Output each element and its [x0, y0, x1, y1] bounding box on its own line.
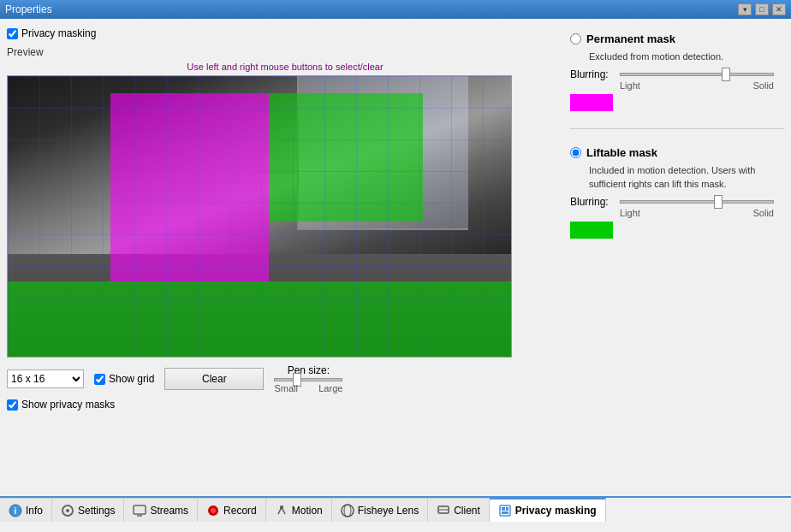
privacy-masking-label: Privacy masking [21, 27, 96, 39]
svg-rect-15 [502, 507, 505, 511]
record-icon [206, 504, 220, 517]
show-masks-checkbox[interactable] [7, 399, 18, 411]
liftable-mask-title-row: Liftable mask [570, 146, 784, 159]
grid-size-select[interactable]: 16 x 16 8 x 8 32 x 32 64 x 64 [7, 369, 84, 388]
title-text: Properties [5, 3, 52, 15]
tabbar: i Info Settings Streams Record Motion Fi… [0, 496, 791, 522]
tab-privacy[interactable]: Privacy masking [490, 498, 606, 522]
svg-point-11 [344, 505, 351, 517]
show-masks-text: Show privacy masks [21, 399, 115, 411]
liftable-blurring-row: Blurring: [570, 196, 784, 208]
tab-info-label: Info [26, 505, 43, 517]
tab-record[interactable]: Record [198, 498, 266, 522]
svg-rect-5 [134, 505, 146, 514]
tab-settings-label: Settings [78, 505, 115, 517]
permanent-blurring-row: Blurring: [570, 68, 784, 80]
svg-text:i: i [15, 506, 17, 516]
liftable-mask-section: Liftable mask Included in motion detecti… [570, 146, 784, 239]
permanent-mask-title-row: Permanent mask [570, 33, 784, 45]
tab-info[interactable]: i Info [0, 498, 52, 522]
show-masks-row: Show privacy masks [7, 399, 563, 411]
right-panel: Permanent mask Excluded from motion dete… [570, 26, 784, 489]
camera-canvas[interactable] [7, 75, 512, 358]
tab-fisheye-label: Fisheye Lens [358, 505, 419, 517]
show-grid-checkbox[interactable] [94, 374, 105, 385]
tab-settings[interactable]: Settings [52, 498, 124, 522]
tab-motion-label: Motion [292, 505, 323, 517]
tab-streams-label: Streams [150, 505, 188, 517]
magenta-mask [110, 93, 269, 281]
liftable-range-labels: Light Solid [620, 208, 774, 218]
tab-client[interactable]: Client [428, 498, 490, 522]
pen-size-section: Pen size: Small Large [274, 364, 342, 393]
maximize-button[interactable]: □ [755, 3, 769, 15]
permanent-blurring-section: Blurring: Light Solid [570, 68, 784, 111]
main-content: Privacy masking Preview Use left and rig… [0, 19, 791, 496]
green-mask-upper [269, 93, 423, 222]
privacy-masking-row: Privacy masking [7, 26, 563, 41]
liftable-blurring-label: Blurring: [570, 196, 613, 208]
left-panel: Privacy masking Preview Use left and rig… [7, 26, 563, 489]
tab-fisheye[interactable]: Fisheye Lens [332, 498, 428, 522]
streams-icon [133, 504, 146, 517]
info-icon: i [9, 504, 22, 517]
settings-icon [61, 504, 74, 517]
permanent-blurring-label: Blurring: [570, 68, 613, 80]
pen-size-range: Small Large [274, 383, 342, 393]
permanent-mask-section: Permanent mask Excluded from motion dete… [570, 33, 784, 111]
permanent-mask-desc: Excluded from motion detection. [589, 50, 784, 63]
client-icon [437, 504, 450, 517]
svg-point-4 [66, 509, 69, 512]
show-grid-label[interactable]: Show grid [94, 373, 154, 385]
pen-size-slider[interactable] [274, 378, 342, 381]
svg-rect-17 [502, 511, 508, 514]
section-divider [570, 128, 784, 129]
permanent-range-labels: Light Solid [620, 80, 774, 91]
permanent-mask-radio[interactable] [570, 33, 581, 44]
tab-streams[interactable]: Streams [124, 498, 198, 522]
titlebar: Properties ▾ □ ✕ [0, 0, 791, 19]
minimize-button[interactable]: ▾ [738, 3, 752, 15]
permanent-blurring-slider[interactable] [620, 73, 774, 76]
titlebar-buttons: ▾ □ ✕ [738, 3, 786, 15]
show-grid-text: Show grid [109, 373, 154, 385]
motion-icon [275, 504, 288, 517]
controls-row: 16 x 16 8 x 8 32 x 32 64 x 64 Show grid … [7, 364, 563, 393]
preview-section: Preview Use left and right mouse buttons… [7, 46, 563, 411]
tab-record-label: Record [223, 505, 257, 517]
liftable-mask-desc: Included in motion detection. Users with… [589, 164, 784, 191]
svg-point-9 [280, 505, 283, 509]
preview-label: Preview [7, 46, 563, 58]
tab-client-label: Client [454, 505, 480, 517]
liftable-mask-radio[interactable] [570, 147, 581, 158]
tab-motion[interactable]: Motion [266, 498, 332, 522]
svg-point-10 [342, 505, 354, 517]
show-masks-label[interactable]: Show privacy masks [7, 399, 563, 411]
preview-hint: Use left and right mouse buttons to sele… [7, 62, 563, 72]
tab-privacy-label: Privacy masking [515, 505, 597, 517]
svg-rect-16 [506, 507, 508, 511]
liftable-blurring-slider[interactable] [620, 200, 774, 204]
close-button[interactable]: ✕ [772, 3, 786, 15]
liftable-mask-title: Liftable mask [586, 146, 657, 159]
fisheye-icon [341, 504, 354, 517]
privacy-masking-checkbox[interactable] [7, 28, 18, 39]
svg-point-8 [211, 508, 216, 513]
permanent-color-swatch [570, 94, 613, 111]
clear-button[interactable]: Clear [164, 368, 264, 390]
green-mask-lower [8, 281, 512, 358]
permanent-mask-title: Permanent mask [586, 33, 675, 45]
liftable-color-swatch [570, 222, 613, 239]
privacy-masking-checkbox-label[interactable]: Privacy masking [7, 27, 96, 39]
liftable-blurring-section: Blurring: Light Solid [570, 196, 784, 239]
privacy-icon [498, 504, 512, 517]
